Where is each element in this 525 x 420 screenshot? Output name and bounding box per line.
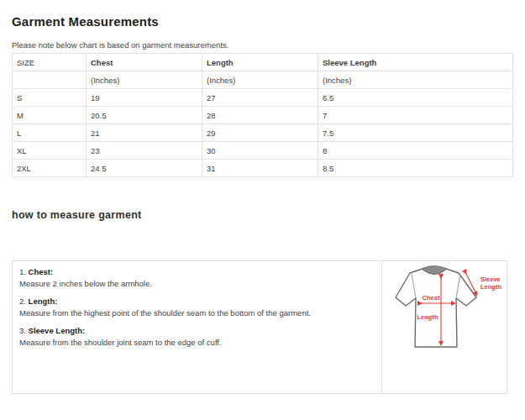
instruction-label: Sleeve Length: xyxy=(29,326,86,335)
instruction-sleeve-length: 3. Sleeve Length: Measure from the shoul… xyxy=(19,325,371,348)
tshirt-outline xyxy=(396,269,476,347)
cell-size: XL xyxy=(13,142,87,160)
instruction-text: Measure 2 inches below the armhole. xyxy=(19,278,371,290)
cell-length: 27 xyxy=(202,89,318,107)
size-chart-table: SIZE Chest Length Sleeve Length (Inches)… xyxy=(12,53,513,177)
header-sleeve-length: Sleeve Length xyxy=(318,54,513,71)
cell-sleeve: 7.5 xyxy=(318,124,513,142)
table-row-xl: XL 23 30 8 xyxy=(13,142,513,160)
chart-note-text: Please note below chart is based on garm… xyxy=(12,40,513,50)
cell-sleeve: 8 xyxy=(318,142,513,160)
sleeve-length-label-line2: Length xyxy=(480,283,501,291)
tshirt-measurement-illustration-icon: Chest Length Sleeve Length xyxy=(382,262,507,388)
tshirt-diagram: Chest Length Sleeve Length xyxy=(382,261,507,393)
instruction-text: Measure from the shoulder joint seam to … xyxy=(19,337,371,349)
cell-chest: 24.5 xyxy=(87,160,202,177)
instruction-number: 2. xyxy=(19,297,26,306)
units-sleeve-length: (Inches) xyxy=(318,71,513,89)
table-row-l: L 21 29 7.5 xyxy=(13,124,513,142)
cell-size: S xyxy=(13,89,87,107)
cell-sleeve: 8.5 xyxy=(318,160,513,177)
table-header-row: SIZE Chest Length Sleeve Length xyxy=(13,54,513,71)
cell-chest: 19 xyxy=(87,89,202,107)
cell-sleeve: 7 xyxy=(318,107,513,124)
length-label: Length xyxy=(417,313,438,321)
header-chest: Chest xyxy=(87,54,202,71)
header-size: SIZE xyxy=(13,54,87,71)
table-row-m: M 20.5 28 7 xyxy=(13,107,513,124)
chest-label: Chest xyxy=(423,294,440,302)
cell-length: 29 xyxy=(202,124,318,142)
cell-length: 28 xyxy=(202,107,318,124)
units-length: (Inches) xyxy=(202,71,318,89)
cell-chest: 23 xyxy=(87,142,202,160)
units-size xyxy=(13,71,87,89)
page-title: Garment Measurements xyxy=(12,14,513,29)
instruction-label: Length: xyxy=(29,297,58,306)
cell-chest: 20.5 xyxy=(87,107,202,124)
how-to-measure-panel: 1. Chest: Measure 2 inches below the arm… xyxy=(12,260,507,394)
garment-measurements-page: Garment Measurements Please note below c… xyxy=(0,14,525,394)
cell-size: 2XL xyxy=(13,160,87,177)
instruction-label: Chest: xyxy=(29,267,54,276)
table-row-2xl: 2XL 24.5 31 8.5 xyxy=(13,160,513,177)
units-chest: (Inches) xyxy=(87,71,202,89)
table-units-row: (Inches) (Inches) (Inches) xyxy=(13,71,513,89)
cell-size: L xyxy=(13,124,87,142)
instruction-number: 1. xyxy=(19,267,26,276)
cell-chest: 21 xyxy=(87,124,202,142)
how-to-measure-title: how to measure garment xyxy=(12,209,513,221)
cell-length: 31 xyxy=(202,160,318,177)
instruction-chest: 1. Chest: Measure 2 inches below the arm… xyxy=(19,266,371,289)
cell-size: M xyxy=(13,107,87,124)
instruction-number: 3. xyxy=(19,326,26,335)
cell-length: 30 xyxy=(202,142,318,160)
header-length: Length xyxy=(202,54,318,71)
instruction-text: Measure from the highest point of the sh… xyxy=(19,307,371,319)
cell-sleeve: 6.5 xyxy=(318,89,513,107)
instruction-length: 2. Length: Measure from the highest poin… xyxy=(19,296,371,318)
sleeve-length-label-line1: Sleeve xyxy=(480,276,501,283)
table-row-s: S 19 27 6.5 xyxy=(13,89,513,107)
measure-instructions: 1. Chest: Measure 2 inches below the arm… xyxy=(13,261,382,393)
